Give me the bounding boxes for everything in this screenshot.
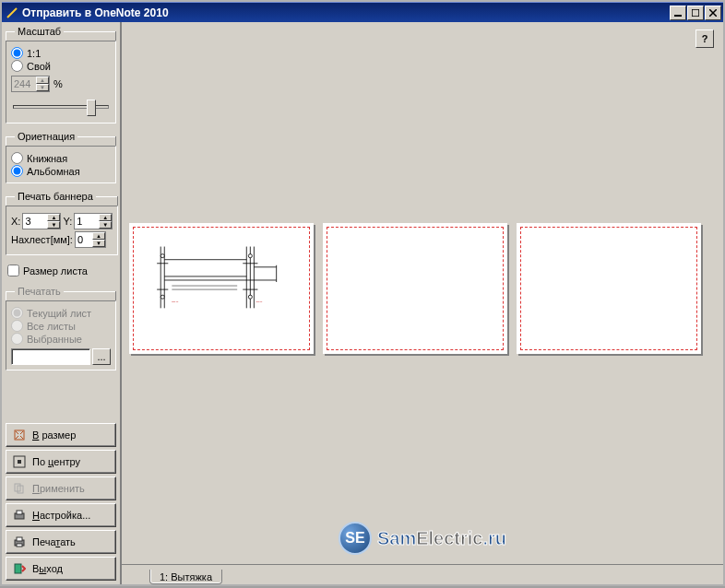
up-arrow-icon[interactable]: ▲ [47, 214, 60, 221]
scale-slider[interactable] [11, 98, 111, 118]
fit-icon [12, 428, 27, 442]
scope-selected-label: Выбранные [27, 334, 82, 345]
apply-label: Применить [32, 483, 85, 494]
portrait-radio[interactable] [11, 152, 23, 164]
tab-strip: 1: Вытяжка [122, 564, 723, 584]
schematic-note: ---- -- [256, 300, 262, 303]
schematic-drawing: ---- -- ---- -- [144, 243, 303, 321]
scale-value: 244 [12, 76, 36, 91]
scope-all-row: Все листы [11, 320, 111, 332]
client-area: Масштаб 1:1 Свой 244 ▲ ▼ [2, 22, 723, 584]
svg-line-8 [16, 436, 18, 439]
browse-button[interactable]: ... [92, 348, 111, 365]
landscape-row[interactable]: Альбомная [11, 165, 111, 177]
orientation-legend: Ориетнация [15, 131, 77, 142]
svg-rect-17 [17, 537, 22, 541]
schematic-note: ---- -- [172, 300, 178, 303]
minimize-button[interactable] [670, 6, 686, 20]
center-label: По центру [32, 456, 80, 467]
svg-point-22 [160, 254, 164, 258]
orientation-group: Ориетнация Книжная Альбомная [6, 131, 116, 183]
up-arrow-icon[interactable]: ▲ [92, 232, 105, 240]
banner-x-value[interactable]: 3 [23, 214, 47, 229]
slider-thumb[interactable] [87, 100, 96, 116]
center-button[interactable]: По центру [6, 450, 116, 474]
down-arrow-icon[interactable]: ▼ [47, 221, 60, 229]
page-thumbnails: ---- -- ---- -- [129, 223, 716, 354]
svg-point-30 [248, 295, 252, 299]
scope-selected-radio [11, 333, 23, 345]
right-area: ? [122, 22, 723, 584]
overlap-spinner[interactable]: 0 ▲▼ [75, 231, 106, 248]
scope-selected-row: Выбранные [11, 333, 111, 345]
scope-path-input[interactable] [11, 348, 90, 365]
fit-button[interactable]: В размер [6, 423, 116, 447]
help-button[interactable]: ? [695, 29, 714, 48]
printer-icon [12, 535, 27, 549]
scale-percent: % [53, 78, 63, 89]
title-bar[interactable]: Отправить в OneNote 2010 [2, 2, 723, 22]
scope-all-label: Все листы [27, 321, 76, 332]
close-button[interactable] [705, 6, 721, 20]
scope-current-radio [11, 307, 23, 319]
sheet-tab-label: 1: Вытяжка [160, 571, 212, 582]
preview-surface[interactable]: ---- -- ---- -- [122, 22, 723, 564]
banner-y-value[interactable]: 1 [75, 214, 99, 229]
sheet-tab[interactable]: 1: Вытяжка [149, 570, 222, 584]
maximize-button[interactable] [687, 6, 704, 20]
exit-button[interactable]: Выход [6, 557, 116, 581]
down-arrow-icon[interactable]: ▼ [92, 240, 105, 247]
scale-1-1-row[interactable]: 1:1 [11, 47, 111, 59]
page-thumbnail-1[interactable]: ---- -- ---- -- [129, 223, 314, 354]
page-thumbnail-3[interactable] [517, 223, 701, 354]
svg-rect-1 [674, 15, 682, 17]
settings-button[interactable]: Настройка... [6, 503, 116, 527]
scale-custom-row[interactable]: Свой [11, 60, 111, 72]
exit-label: Выход [32, 563, 63, 574]
down-arrow-icon[interactable]: ▼ [99, 221, 112, 229]
overlap-label: Нахлест[мм]: [11, 234, 73, 245]
banner-group: Печать баннера X: 3 ▲▼ Y: 1 ▲▼ Нахлест[м… [6, 191, 118, 255]
svg-point-29 [248, 254, 252, 258]
scale-custom-radio[interactable] [11, 60, 23, 72]
landscape-radio[interactable] [11, 165, 23, 177]
scale-1-1-radio[interactable] [11, 47, 23, 59]
settings-label: Настройка... [32, 510, 90, 521]
print-button[interactable]: Печатать [6, 530, 116, 554]
banner-legend: Печать баннера [15, 191, 96, 202]
window-title: Отправить в OneNote 2010 [22, 6, 669, 19]
banner-x-label: X: [11, 216, 20, 227]
scale-1-1-label: 1:1 [27, 48, 41, 59]
center-icon [12, 454, 27, 469]
banner-x-spinner[interactable]: 3 ▲▼ [22, 213, 61, 229]
scale-custom-label: Свой [27, 61, 51, 72]
svg-rect-18 [17, 544, 22, 547]
landscape-label: Альбомная [27, 166, 80, 177]
exit-icon [12, 561, 27, 576]
page-size-row[interactable]: Размер листа [7, 265, 114, 276]
app-window: Отправить в OneNote 2010 Масштаб 1:1 Сво… [0, 0, 725, 586]
apply-icon [12, 481, 27, 496]
banner-y-spinner[interactable]: 1 ▲▼ [74, 213, 113, 229]
print-scope-legend: Печатать [15, 286, 64, 297]
print-scope-group: Печатать Текущий лист Все листы Выбранны… [6, 286, 116, 370]
page-size-label: Размер листа [23, 265, 88, 276]
svg-line-0 [7, 8, 17, 18]
app-icon [6, 6, 18, 19]
print-label: Печатать [32, 536, 76, 547]
scale-spinner-arrows: ▲ ▼ [36, 76, 49, 91]
svg-rect-2 [692, 9, 699, 17]
printer-settings-icon [12, 508, 27, 523]
up-arrow-icon[interactable]: ▲ [99, 214, 112, 221]
up-arrow-icon: ▲ [36, 76, 49, 84]
portrait-row[interactable]: Книжная [11, 152, 111, 164]
page-thumbnail-2[interactable] [323, 223, 507, 354]
svg-rect-15 [17, 511, 22, 514]
left-panel: Масштаб 1:1 Свой 244 ▲ ▼ [2, 22, 122, 584]
apply-button: Применить [6, 476, 116, 500]
overlap-value[interactable]: 0 [76, 232, 92, 247]
scale-group: Масштаб 1:1 Свой 244 ▲ ▼ [6, 26, 116, 123]
page-size-checkbox[interactable] [7, 265, 19, 276]
action-buttons: В размер По центру Применить Настройка..… [4, 419, 118, 582]
down-arrow-icon: ▼ [36, 84, 49, 91]
